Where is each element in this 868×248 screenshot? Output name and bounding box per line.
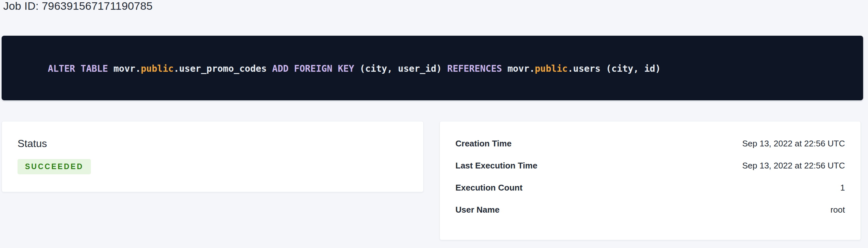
detail-row-user-name: User Name root	[456, 199, 845, 221]
sql-token: .users (city, id)	[568, 63, 661, 74]
details-card: Creation Time Sep 13, 2022 at 22:56 UTC …	[439, 121, 861, 240]
detail-row-last-execution-time: Last Execution Time Sep 13, 2022 at 22:5…	[456, 155, 845, 177]
detail-label: Last Execution Time	[456, 161, 537, 171]
sql-statement-box: ALTER TABLE movr.public.user_promo_codes…	[2, 36, 863, 100]
sql-token: REFERENCES	[447, 63, 507, 74]
page-title: Job ID: 796391567171190785	[3, 0, 153, 13]
sql-statement-text: ALTER TABLE movr.public.user_promo_codes…	[15, 51, 850, 86]
sql-token: (city, user_id)	[360, 63, 447, 74]
detail-value: Sep 13, 2022 at 22:56 UTC	[742, 138, 845, 149]
status-card-title: Status	[18, 137, 408, 149]
detail-row-creation-time: Creation Time Sep 13, 2022 at 22:56 UTC	[456, 132, 845, 155]
sql-token: movr.	[507, 63, 535, 74]
sql-token: ADD FOREIGN KEY	[272, 63, 360, 74]
sql-token: ALTER TABLE	[48, 63, 113, 74]
detail-value: Sep 13, 2022 at 22:56 UTC	[742, 161, 845, 171]
detail-label: User Name	[456, 205, 500, 215]
detail-row-execution-count: Execution Count 1	[456, 177, 845, 199]
detail-label: Execution Count	[456, 183, 523, 193]
sql-token: .user_promo_codes	[174, 63, 272, 74]
sql-token: movr.	[113, 63, 141, 74]
status-card: Status SUCCEEDED	[2, 121, 424, 192]
detail-label: Creation Time	[456, 138, 512, 149]
detail-value: root	[830, 205, 845, 215]
detail-value: 1	[840, 183, 845, 193]
status-badge: SUCCEEDED	[18, 159, 91, 174]
job-details-page: Job ID: 796391567171190785 ALTER TABLE m…	[0, 0, 868, 248]
sql-token: public	[141, 63, 174, 74]
sql-token: public	[535, 63, 568, 74]
